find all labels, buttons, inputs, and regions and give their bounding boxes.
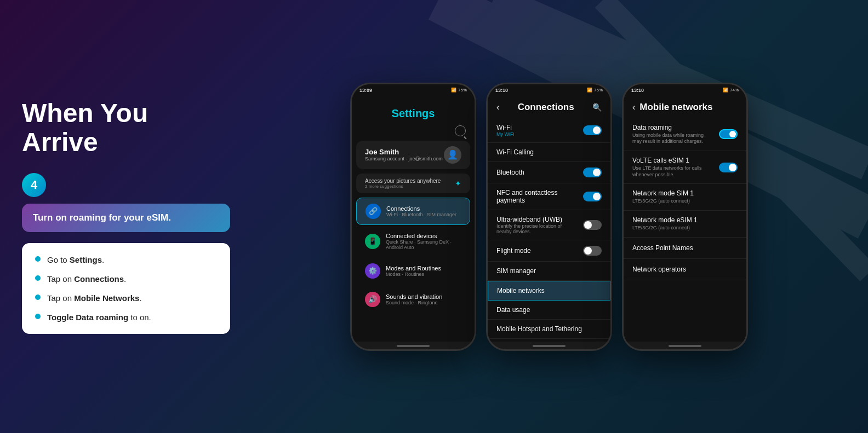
phone1-suggestion-row[interactable]: Access your pictures anywhere 2 more sug…: [356, 174, 470, 193]
search-icon[interactable]: 🔍: [592, 103, 602, 112]
mn-network-operators[interactable]: Network operators: [624, 259, 746, 280]
conn-nfc[interactable]: NFC and contactless payments: [488, 183, 610, 210]
conn-wifi[interactable]: Wi-Fi My WiFi: [488, 118, 610, 143]
phone3-mn-header: ‹ Mobile networks: [624, 96, 746, 118]
conn-mobile-networks[interactable]: Mobile networks: [488, 281, 610, 301]
instructions-card: Go to Settings. Tap on Connections. Tap …: [22, 243, 230, 334]
phone1-home-bar: [397, 345, 430, 347]
modes-icon: ⚙️: [365, 263, 380, 279]
instruction-4: Toggle Data roaming to on.: [35, 311, 217, 323]
step-card-title: Turn on roaming for your eSIM.: [33, 212, 219, 223]
connections-icon: 🔗: [366, 204, 381, 219]
phone2-conn-title: Connections: [518, 102, 574, 113]
step-card: Turn on roaming for your eSIM.: [22, 204, 230, 232]
toggle-nfc[interactable]: [583, 192, 602, 201]
phone1-profile-row[interactable]: Joe Smith Samsung account · joe@smith.co…: [356, 141, 470, 169]
avatar: 👤: [444, 146, 461, 164]
bullet-icon: [35, 314, 41, 319]
instruction-text-3: Tap on Mobile Networks.: [47, 292, 142, 304]
toggle-bluetooth[interactable]: [583, 168, 602, 177]
phone-2: 13:10 📶 75% ‹ Connections 🔍 Wi-Fi My WiF…: [486, 83, 612, 351]
conn-wifi-calling[interactable]: Wi-Fi Calling: [488, 143, 610, 162]
phone2-home-bar: [533, 345, 566, 347]
phone2-conn-header: ‹ Connections 🔍: [488, 96, 610, 118]
phone3-time: 13:10: [631, 88, 644, 93]
left-section: When You Arrive 4 Turn on roaming for yo…: [22, 99, 230, 334]
phone1-settings-header: Settings: [352, 96, 475, 125]
conn-sim[interactable]: SIM manager: [488, 262, 610, 281]
instruction-text-2: Tap on Connections.: [47, 273, 126, 285]
main-title: When You Arrive: [22, 99, 230, 157]
conn-data-usage[interactable]: Data usage: [488, 301, 610, 320]
profile-info: Joe Smith Samsung account · joe@smith.co…: [365, 148, 443, 161]
bullet-icon: [35, 275, 41, 281]
phone3-mn-title: Mobile networks: [639, 102, 712, 113]
phone2-screen: ‹ Connections 🔍 Wi-Fi My WiFi Wi-Fi Call…: [488, 96, 610, 342]
conn-more-settings[interactable]: More connection settings: [488, 339, 610, 342]
phone3-status-icons: 📶 74%: [723, 88, 739, 93]
mn-volte[interactable]: VoLTE calls eSIM 1 Use LTE data networks…: [624, 151, 746, 184]
phone1-settings-title: Settings: [361, 107, 466, 120]
sounds-text: Sounds and vibration Sound mode · Ringto…: [386, 293, 442, 305]
phone3-status-bar: 13:10 📶 74%: [624, 84, 746, 96]
phone2-status-icons: 📶 75%: [587, 88, 603, 93]
devices-text: Connected devices Quick Share · Samsung …: [386, 233, 461, 250]
phone2-time: 13:10: [495, 88, 508, 93]
phone1-search-row: [352, 125, 475, 141]
instruction-text-4: Toggle Data roaming to on.: [47, 311, 151, 323]
phone3-home-bar: [669, 345, 701, 347]
profile-email: Samsung account · joe@smith.com: [365, 156, 443, 161]
toggle-data-roaming[interactable]: [719, 129, 738, 139]
phone1-screen: Settings Joe Smith Samsung account · joe…: [352, 96, 475, 342]
settings-item-devices[interactable]: 📱 Connected devices Quick Share · Samsun…: [356, 227, 470, 256]
settings-item-connections[interactable]: 🔗 Connections Wi-Fi · Bluetooth · SIM ma…: [356, 198, 470, 225]
phone3-screen: ‹ Mobile networks Data roaming Using mob…: [624, 96, 746, 342]
bullet-icon: [35, 295, 41, 300]
toggle-wifi[interactable]: [583, 125, 602, 135]
phone1-status-bar: 13:09 📶 75%: [352, 84, 475, 96]
toggle-uwb[interactable]: [583, 220, 602, 230]
profile-name: Joe Smith: [365, 148, 443, 156]
conn-hotspot[interactable]: Mobile Hotspot and Tethering: [488, 320, 610, 339]
phone1-time: 13:09: [359, 88, 372, 93]
step-badge: 4: [22, 173, 46, 197]
phones-container: 13:09 📶 75% Settings Joe Smith Samsung a…: [252, 83, 846, 351]
mn-data-roaming[interactable]: Data roaming Using mobile data while roa…: [624, 118, 746, 151]
phone1-status-icons: 📶 75%: [451, 88, 467, 93]
devices-icon: 📱: [365, 234, 380, 249]
search-icon[interactable]: [455, 125, 466, 136]
conn-flight[interactable]: Flight mode: [488, 240, 610, 262]
instruction-3: Tap on Mobile Networks.: [35, 292, 217, 304]
bullet-icon: [35, 256, 41, 262]
mn-network-mode-sim1[interactable]: Network mode SIM 1 LTE/3G/2G (auto conne…: [624, 184, 746, 211]
instruction-text-1: Go to Settings.: [47, 254, 104, 265]
toggle-flight[interactable]: [583, 246, 602, 256]
settings-item-modes[interactable]: ⚙️ Modes and Routines Modes · Routines: [356, 258, 470, 284]
mn-access-point-names[interactable]: Access Point Names: [624, 238, 746, 259]
phone-3: 13:10 📶 74% ‹ Mobile networks Data roami…: [622, 83, 748, 351]
suggestion-text: Access your pictures anywhere 2 more sug…: [365, 178, 441, 189]
mn-network-mode-esim1[interactable]: Network mode eSIM 1 LTE/3G/2G (auto conn…: [624, 211, 746, 238]
toggle-volte[interactable]: [719, 163, 738, 172]
sparkle-icon: ✦: [455, 179, 461, 188]
settings-item-sounds[interactable]: 🔊 Sounds and vibration Sound mode · Ring…: [356, 286, 470, 313]
conn-bluetooth[interactable]: Bluetooth: [488, 162, 610, 183]
back-arrow-icon[interactable]: ‹: [632, 102, 635, 112]
modes-text: Modes and Routines Modes · Routines: [386, 265, 441, 277]
instruction-1: Go to Settings.: [35, 254, 217, 265]
phone-1: 13:09 📶 75% Settings Joe Smith Samsung a…: [350, 83, 476, 351]
conn-uwb[interactable]: Ultra-wideband (UWB) Identify the precis…: [488, 210, 610, 240]
back-arrow-icon[interactable]: ‹: [496, 102, 499, 112]
connections-text: Connections Wi-Fi · Bluetooth · SIM mana…: [386, 205, 456, 217]
phone2-status-bar: 13:10 📶 75%: [488, 84, 610, 96]
sounds-icon: 🔊: [365, 292, 380, 307]
instruction-2: Tap on Connections.: [35, 273, 217, 285]
